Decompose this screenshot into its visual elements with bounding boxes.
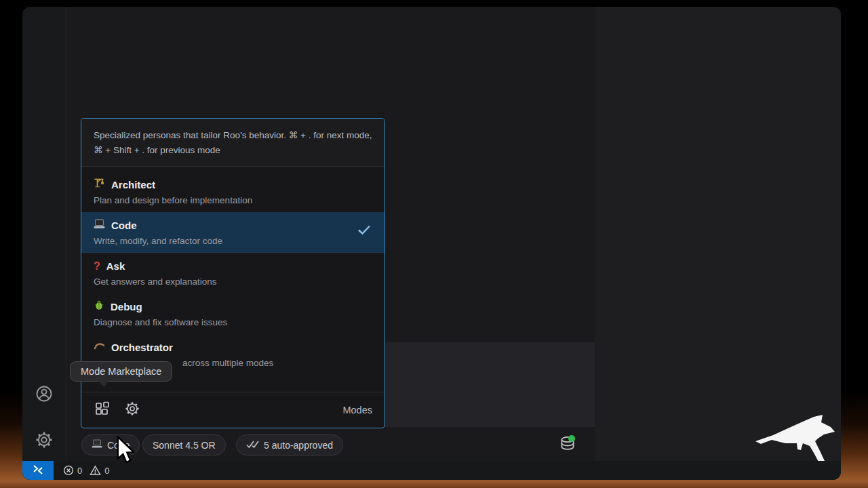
- mode-item-ask[interactable]: ? Ask Get answers and explanations: [81, 253, 384, 293]
- errors-warnings-status[interactable]: 0 0: [63, 465, 109, 476]
- mode-marketplace-button[interactable]: [94, 401, 111, 419]
- mode-description: Write, modify, and refactor code: [94, 235, 372, 247]
- mode-marketplace-icon: [94, 401, 111, 420]
- laptop-icon: [92, 439, 102, 451]
- mode-item-architect[interactable]: Architect Plan and design before impleme…: [81, 171, 384, 212]
- modes-footer-label: Modes: [342, 405, 372, 415]
- mode-description: Plan and design before implementation: [94, 194, 372, 207]
- bug-icon: [94, 300, 104, 314]
- remote-icon: [32, 464, 44, 477]
- mode-name: Code: [111, 218, 137, 233]
- account-button[interactable]: [34, 385, 54, 405]
- question-mark-icon: ?: [94, 261, 100, 272]
- remote-indicator-button[interactable]: [22, 461, 54, 480]
- error-count: 0: [77, 466, 82, 476]
- status-green-dot: [568, 435, 575, 442]
- tooltip-text: Mode Marketplace: [70, 361, 172, 382]
- editor-area: [595, 7, 841, 461]
- mode-item-debug[interactable]: Debug Diagnose and fix software issues: [81, 293, 384, 334]
- database-button[interactable]: [556, 434, 579, 457]
- account-icon: [35, 384, 54, 406]
- error-icon: [63, 465, 74, 476]
- boomerang-icon: [94, 340, 105, 355]
- mode-selector-description: Specialized personas that tailor Roo's b…: [81, 119, 384, 167]
- gear-icon: [124, 401, 140, 420]
- warning-count: 0: [104, 466, 109, 476]
- crane-icon: [94, 177, 105, 192]
- manage-button[interactable]: [34, 431, 54, 451]
- mouse-cursor: [114, 436, 140, 468]
- mode-selector-dropdown: Specialized personas that tailor Roo's b…: [81, 118, 385, 428]
- auto-approve-pill[interactable]: 5 auto-approved: [236, 434, 343, 455]
- mode-description: Get answers and explanations: [94, 275, 372, 288]
- database-icon: [559, 434, 576, 456]
- mode-name: Ask: [106, 259, 125, 274]
- status-bar: 0 0: [22, 461, 841, 480]
- mode-marketplace-tooltip: Mode Marketplace: [70, 361, 172, 382]
- selected-checkmark-icon: [357, 224, 371, 238]
- mode-settings-button[interactable]: [123, 401, 141, 419]
- model-pill[interactable]: Sonnet 4.5 OR: [142, 434, 226, 455]
- mode-name: Debug: [111, 300, 142, 314]
- model-pill-label: Sonnet 4.5 OR: [153, 440, 216, 451]
- mode-name: Orchestrator: [111, 340, 173, 355]
- mode-selector-footer: Modes: [81, 392, 384, 428]
- laptop-icon: [94, 218, 105, 233]
- auto-approve-label: 5 auto-approved: [264, 440, 333, 451]
- activity-bar: [22, 7, 66, 461]
- mode-list: Architect Plan and design before impleme…: [81, 167, 384, 375]
- screen: g in files/images): [0, 0, 868, 488]
- vscode-window: g in files/images): [22, 7, 841, 480]
- mode-item-code[interactable]: Code Write, modify, and refactor code: [81, 212, 384, 253]
- warning-icon: [90, 465, 101, 476]
- mode-name: Architect: [111, 178, 155, 192]
- gear-icon: [35, 430, 54, 452]
- double-check-icon: [246, 440, 259, 451]
- tooltip-arrow: [98, 381, 109, 387]
- mode-description: Diagnose and fix software issues: [94, 316, 372, 329]
